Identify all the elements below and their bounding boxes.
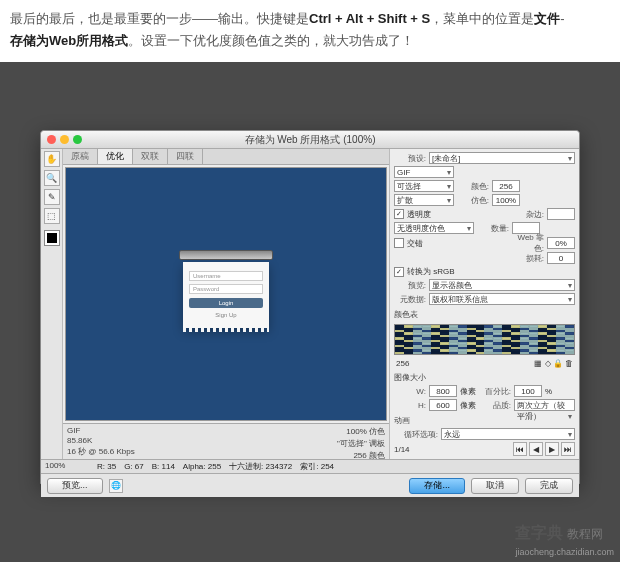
- username-field: Username: [189, 271, 263, 281]
- filesize-label: 85.86K: [67, 436, 135, 445]
- tool-column: ✋ 🔍 ✎ ⬚: [41, 149, 63, 459]
- save-for-web-dialog: 存储为 Web 所用格式 (100%) ✋ 🔍 ✎ ⬚ 原稿 优化 双联 四联: [40, 130, 580, 484]
- format-select[interactable]: GIF: [394, 166, 454, 178]
- tab-2up[interactable]: 双联: [133, 149, 168, 164]
- next-frame-button[interactable]: ▶: [545, 442, 559, 456]
- height-input[interactable]: 600: [429, 399, 457, 411]
- preview-canvas[interactable]: Username Password Login Sign Up: [65, 167, 387, 421]
- first-frame-button[interactable]: ⏮: [513, 442, 527, 456]
- dialog-title: 存储为 Web 所用格式 (100%): [41, 133, 579, 147]
- prev-frame-button[interactable]: ◀: [529, 442, 543, 456]
- screenshot-background: 存储为 Web 所用格式 (100%) ✋ 🔍 ✎ ⬚ 原稿 优化 双联 四联: [0, 62, 620, 562]
- percent-input[interactable]: 100: [514, 385, 542, 397]
- password-field: Password: [189, 284, 263, 294]
- ticket-slot: [179, 250, 273, 260]
- dialog-button-row: 预览... 🌐 存储... 取消 完成: [41, 473, 579, 497]
- color-swatch[interactable]: [45, 231, 59, 245]
- color-table[interactable]: [394, 324, 575, 355]
- table-tools-icon[interactable]: ▦ ◇ 🔒 🗑: [534, 359, 573, 368]
- format-label: GIF: [67, 426, 135, 435]
- palette-info: "可选择" 调板: [337, 438, 385, 449]
- srgb-checkbox[interactable]: ✓: [394, 267, 404, 277]
- zoom-tool[interactable]: 🔍: [44, 170, 60, 186]
- preset-select[interactable]: [未命名]: [429, 152, 575, 164]
- transparency-checkbox[interactable]: ✓: [394, 209, 404, 219]
- matte-select[interactable]: [547, 208, 575, 220]
- reduction-select[interactable]: 可选择: [394, 180, 454, 192]
- dither-select[interactable]: 扩散: [394, 194, 454, 206]
- browser-preview-icon[interactable]: 🌐: [109, 479, 123, 493]
- preview-select[interactable]: 显示器颜色: [429, 279, 575, 291]
- tab-4up[interactable]: 四联: [168, 149, 203, 164]
- color-count: 256: [396, 359, 409, 368]
- tab-optimized[interactable]: 优化: [98, 149, 133, 164]
- trans-dither-select[interactable]: 无透明度仿色: [394, 222, 474, 234]
- zoom-select[interactable]: 100%: [45, 461, 89, 472]
- signup-link-art: Sign Up: [189, 312, 263, 318]
- hand-tool[interactable]: ✋: [44, 151, 60, 167]
- frame-indicator: 1/14: [394, 445, 410, 454]
- settings-panel: 预设:[未命名] GIF 可选择颜色:256 扩散仿色:100% ✓透明度杂边:…: [389, 149, 579, 459]
- save-button[interactable]: 存储...: [409, 478, 465, 494]
- colors-info: 256 颜色: [337, 450, 385, 461]
- lossy-input[interactable]: 0: [547, 252, 575, 264]
- image-size-label: 图像大小: [394, 372, 575, 383]
- eyedropper-tool[interactable]: ✎: [44, 189, 60, 205]
- tab-original[interactable]: 原稿: [63, 149, 98, 164]
- download-time-label: 16 秒 @ 56.6 Kbps: [67, 446, 135, 457]
- metadata-select[interactable]: 版权和联系信息: [429, 293, 575, 305]
- dither-info: 100% 仿色: [337, 426, 385, 437]
- last-frame-button[interactable]: ⏭: [561, 442, 575, 456]
- dialog-titlebar: 存储为 Web 所用格式 (100%): [41, 131, 579, 149]
- status-bar: 100% R: 35 G: 67 B: 114 Alpha: 255 十六进制:…: [41, 459, 579, 473]
- color-table-label: 颜色表: [394, 309, 575, 320]
- interlace-checkbox[interactable]: [394, 238, 404, 248]
- animation-label: 动画: [394, 415, 575, 426]
- preview-info: GIF 85.86K 16 秒 @ 56.6 Kbps 100% 仿色 "可选择…: [63, 423, 389, 459]
- cancel-button[interactable]: 取消: [471, 478, 519, 494]
- artwork-ticket: Username Password Login Sign Up: [183, 250, 269, 328]
- watermark: 查字典 教程网 jiaocheng.chazidian.com: [515, 523, 614, 558]
- width-input[interactable]: 800: [429, 385, 457, 397]
- preview-button[interactable]: 预览...: [47, 478, 103, 494]
- loop-select[interactable]: 永远: [441, 428, 575, 440]
- slice-tool[interactable]: ⬚: [44, 208, 60, 224]
- article-paragraph: 最后的最后，也是最重要的一步——输出。快捷键是Ctrl + Alt + Shif…: [0, 0, 620, 60]
- done-button[interactable]: 完成: [525, 478, 573, 494]
- quality-select[interactable]: 两次立方（较平滑）: [514, 399, 575, 411]
- preview-tabs: 原稿 优化 双联 四联: [63, 149, 389, 165]
- websnap-input[interactable]: 0%: [547, 237, 575, 249]
- dither-input[interactable]: 100%: [492, 194, 520, 206]
- login-button-art: Login: [189, 298, 263, 308]
- colors-input[interactable]: 256: [492, 180, 520, 192]
